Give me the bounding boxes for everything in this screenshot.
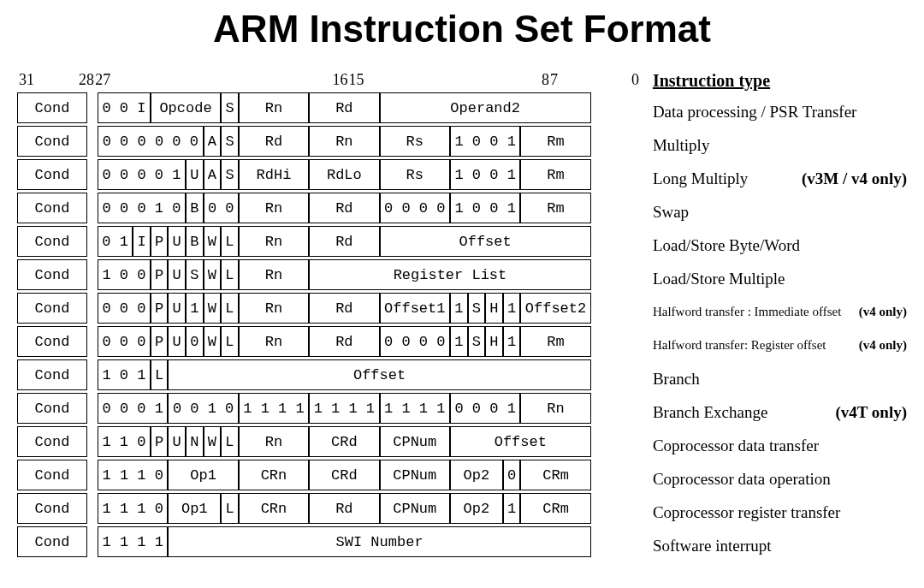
field-cell: N (186, 426, 204, 457)
instruction-type-text: Swap (653, 203, 689, 222)
field-cell: 1 0 0 1 (450, 193, 520, 223)
field-cell: SWI Number (168, 526, 590, 557)
field-cell: A (204, 126, 222, 157)
instruction-type-text: Halfword transfer: Register offset (653, 338, 826, 353)
instruction-row: Cond0 0 0PU0WLRnRd0 0 0 01SH1Rm (17, 326, 644, 357)
spacer (87, 493, 98, 524)
instruction-row: Cond0 0 0 1 0B0 0RnRd0 0 0 01 0 0 1Rm (17, 193, 644, 223)
spacer (87, 526, 98, 557)
field-cell: L (221, 293, 239, 324)
field-cell: 1 1 1 1 (98, 526, 168, 557)
bit-label-16-15: 16 15 (275, 71, 421, 89)
field-cell: S (221, 126, 239, 157)
spacer (87, 293, 98, 324)
field-cell: L (151, 359, 169, 390)
field-cell: 0 0 0 0 (380, 193, 450, 223)
field-cell: 0 1 (98, 226, 133, 257)
field-cell: 1 1 1 1 (309, 393, 379, 424)
field-cell: CRm (520, 493, 590, 524)
page-title: ARM Instruction Set Format (17, 8, 907, 50)
field-cell: H (485, 293, 503, 324)
instruction-type-label: Swap (653, 195, 907, 229)
field-cell: Rm (520, 159, 590, 190)
field-cell: 1 (503, 493, 521, 524)
field-cell: Rn (239, 293, 309, 324)
field-cell: 0 0 0 (98, 293, 151, 324)
instruction-type-label: Multiply (653, 128, 907, 162)
field-cell: P (151, 226, 169, 257)
field-cell: B (186, 226, 204, 257)
field-cell: Offset (450, 426, 591, 457)
field-cell: 1 1 1 0 (98, 493, 168, 524)
field-cell: Rn (309, 126, 379, 157)
field-cell: Rn (239, 193, 309, 223)
field-cell: S (221, 159, 239, 190)
field-cell: 1 (186, 293, 204, 324)
field-cell: 0 0 I (98, 92, 151, 123)
field-cell: Cond (17, 526, 87, 557)
field-cell: CPNum (380, 426, 450, 457)
instruction-row: Cond0 0 0 0 0 0ASRdRnRs1 0 0 1Rm (17, 126, 644, 157)
field-cell: 1 (503, 293, 521, 324)
field-cell: P (151, 426, 169, 457)
instruction-type-column: Instruction type Data processing / PSR T… (653, 71, 907, 562)
field-cell: Cond (17, 426, 87, 457)
instruction-type-note: (v4 only) (859, 305, 907, 319)
field-cell: 0 0 1 0 (168, 393, 238, 424)
field-cell: H (485, 326, 503, 357)
instruction-row: Cond0 1IPUBWLRnRdOffset (17, 226, 644, 257)
field-cell: 1 0 0 1 (450, 159, 520, 190)
field-cell: Rm (520, 193, 590, 223)
field-cell: W (204, 259, 222, 290)
field-cell: W (204, 226, 222, 257)
instruction-type-text: Load/Store Multiple (653, 270, 785, 288)
field-cell: 1 0 1 (98, 359, 151, 390)
field-cell: Register List (309, 259, 591, 290)
field-cell: Rn (239, 326, 309, 357)
field-cell: 0 0 0 (98, 326, 151, 357)
spacer (87, 226, 98, 257)
field-cell: Rd (239, 126, 309, 157)
instruction-type-label: Halfword transfer : Immediate offset(v4 … (653, 295, 907, 329)
field-cell: Rm (520, 326, 590, 357)
field-cell: Op1 (168, 460, 238, 490)
instruction-type-note: (v4T only) (835, 403, 907, 422)
spacer (87, 126, 98, 157)
field-cell: A (204, 159, 222, 190)
field-cell: W (204, 426, 222, 457)
instruction-row: Cond1 0 1LOffset (17, 359, 644, 390)
instruction-row: Cond1 1 1 0Op1LCRnRdCPNumOp21CRm (17, 493, 644, 524)
bit-label-28-27: 28 27 (79, 71, 275, 89)
field-cell: Cond (17, 259, 87, 290)
bit-label-0: 0 (583, 71, 643, 89)
spacer (87, 92, 98, 123)
field-cell: Rd (309, 293, 379, 324)
field-cell: RdLo (309, 159, 379, 190)
field-cell: RdHi (239, 159, 309, 190)
field-cell: CPNum (380, 493, 450, 524)
field-cell: 0 0 0 0 (380, 326, 450, 357)
field-cell: 1 (450, 326, 468, 357)
field-cell: 0 0 0 1 0 (98, 193, 186, 223)
field-cell: CRn (239, 460, 309, 490)
field-cell: Cond (17, 92, 87, 123)
field-cell: W (204, 326, 222, 357)
instruction-type-note: (v4 only) (859, 338, 907, 353)
field-cell: U (168, 293, 186, 324)
field-cell: 1 (503, 326, 521, 357)
field-cell: U (168, 326, 186, 357)
instruction-type-label: Branch (653, 362, 907, 395)
field-cell: P (151, 326, 169, 357)
field-cell: S (468, 326, 486, 357)
field-cell: P (151, 259, 169, 290)
field-cell: Cond (17, 293, 87, 324)
field-cell: 0 (186, 326, 204, 357)
field-cell: Opcode (151, 92, 221, 123)
instruction-type-text: Load/Store Byte/Word (653, 236, 800, 255)
instruction-type-text: Branch Exchange (653, 403, 768, 422)
field-cell: 1 1 1 1 (239, 393, 309, 424)
instruction-row: Cond0 0 0 10 0 1 01 1 1 11 1 1 11 1 1 10… (17, 393, 644, 424)
field-cell: U (186, 159, 204, 190)
field-cell: Op2 (450, 493, 503, 524)
field-cell: Rs (380, 159, 450, 190)
